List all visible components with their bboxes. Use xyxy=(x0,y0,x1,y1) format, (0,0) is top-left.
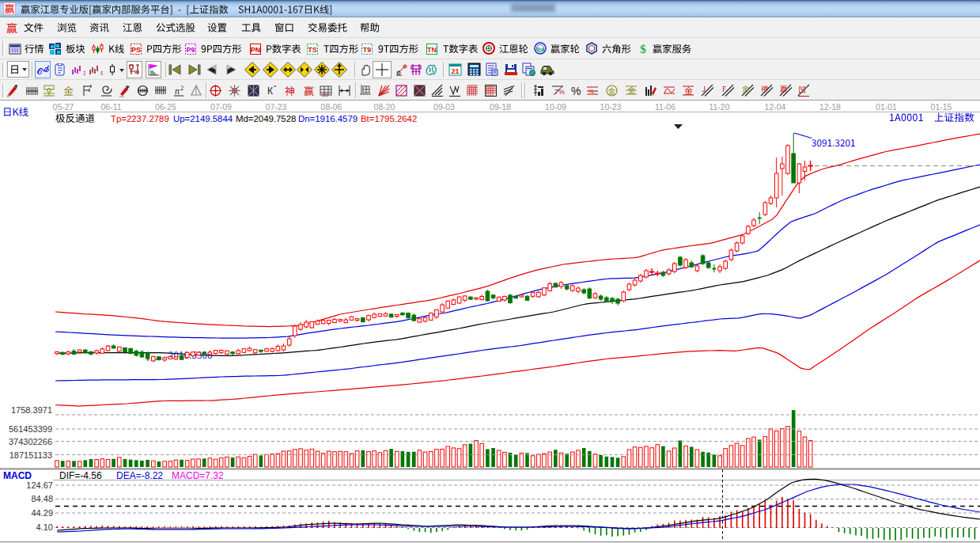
svg-text:561453399: 561453399 xyxy=(9,424,52,434)
svg-text:9: 9 xyxy=(100,70,103,76)
svg-text:Bt=1795.2642: Bt=1795.2642 xyxy=(361,114,417,123)
svg-text:PS: PS xyxy=(131,46,141,54)
svg-text:n: n xyxy=(175,85,180,97)
svg-text:187151133: 187151133 xyxy=(9,450,52,460)
svg-text:07-23: 07-23 xyxy=(266,102,287,112)
svg-text:": " xyxy=(274,84,276,92)
svg-text:Big: Big xyxy=(536,47,544,51)
svg-text:08-06: 08-06 xyxy=(321,102,342,112)
svg-text:MACD=7.32: MACD=7.32 xyxy=(172,470,224,481)
svg-text:124.67: 124.67 xyxy=(26,480,53,490)
svg-text:44.29: 44.29 xyxy=(31,508,53,518)
svg-text:4.10: 4.10 xyxy=(36,522,53,532)
svg-text:01-01: 01-01 xyxy=(876,102,897,112)
svg-text:09-18: 09-18 xyxy=(490,102,511,112)
svg-text:06-25: 06-25 xyxy=(155,102,176,112)
svg-text:TS: TS xyxy=(308,46,317,54)
svg-text:10-09: 10-09 xyxy=(545,102,566,112)
svg-text:12-18: 12-18 xyxy=(819,102,841,112)
svg-text:Md=2049.7528: Md=2049.7528 xyxy=(236,114,296,123)
svg-text:09-03: 09-03 xyxy=(433,102,455,112)
svg-text:06-11: 06-11 xyxy=(100,102,121,112)
svg-text:374302266: 374302266 xyxy=(9,437,52,446)
svg-text:DIF=-4.56: DIF=-4.56 xyxy=(59,470,102,481)
svg-text:$: $ xyxy=(640,43,646,55)
svg-text:2: 2 xyxy=(180,85,184,92)
svg-text:Dn=1916.4579: Dn=1916.4579 xyxy=(298,114,358,123)
svg-text:TN: TN xyxy=(427,46,437,54)
svg-text:123: 123 xyxy=(322,93,329,97)
svg-text:Up=2149.5844: Up=2149.5844 xyxy=(173,114,233,123)
svg-text:7%: 7% xyxy=(554,88,565,96)
svg-text:К: К xyxy=(267,85,273,97)
svg-text:08-20: 08-20 xyxy=(374,102,395,112)
svg-text:PN: PN xyxy=(251,46,261,54)
svg-text:84.48: 84.48 xyxy=(31,494,53,503)
svg-text:10-23: 10-23 xyxy=(600,102,622,112)
svg-text:12-04: 12-04 xyxy=(765,102,786,112)
svg-text:21: 21 xyxy=(451,67,459,75)
svg-text:3: 3 xyxy=(83,70,85,76)
svg-text:11-06: 11-06 xyxy=(655,102,675,112)
svg-text:05-27: 05-27 xyxy=(53,102,74,112)
svg-text:%: % xyxy=(571,85,581,97)
svg-text:Tp=2237.2789: Tp=2237.2789 xyxy=(111,114,169,123)
svg-text:07-09: 07-09 xyxy=(210,102,232,112)
svg-text:T9: T9 xyxy=(363,46,372,54)
svg-text:1758.3971: 1758.3971 xyxy=(11,405,52,415)
svg-text:01-15: 01-15 xyxy=(931,102,952,112)
svg-text:11-20: 11-20 xyxy=(709,102,729,112)
svg-text:P9: P9 xyxy=(186,46,195,54)
svg-text:%: % xyxy=(588,88,594,95)
svg-text:DEA=-8.22: DEA=-8.22 xyxy=(116,470,163,481)
